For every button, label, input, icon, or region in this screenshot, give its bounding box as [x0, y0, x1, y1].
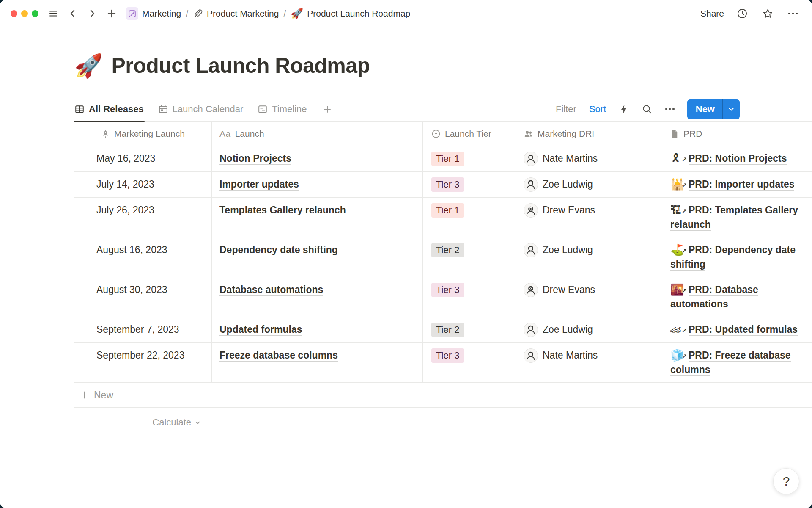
breadcrumb-item-marketing[interactable]: Marketing	[126, 7, 181, 20]
prd-page-emoji: 🌇↗	[670, 282, 686, 297]
cell-prd[interactable]: 🧊↗PRD: Freeze database columns	[667, 343, 812, 382]
new-button[interactable]: New	[687, 99, 722, 119]
cell-launch[interactable]: Templates Gallery relaunch	[212, 198, 423, 237]
sidebar-menu-button[interactable]	[46, 6, 60, 21]
launch-page-link[interactable]: Dependency date shifting	[219, 244, 338, 256]
zoom-window-button[interactable]	[32, 10, 38, 17]
cell-launch[interactable]: Freeze database columns	[212, 343, 423, 382]
prd-page-link[interactable]: PRD: Notion Projects	[689, 153, 787, 165]
person-name: Zoe Ludwig	[543, 243, 593, 257]
prd-page-link[interactable]: PRD: Templates Gallery relaunch	[670, 204, 798, 231]
cell-launch-tier[interactable]: Tier 2	[423, 237, 516, 277]
launch-page-link[interactable]: Freeze database columns	[219, 350, 338, 362]
cell-marketing-dri[interactable]: Nate Martins	[516, 146, 667, 171]
help-button[interactable]: ?	[773, 468, 799, 494]
window-topbar: Marketing / Product Marketing / 🚀 Produc…	[0, 0, 812, 27]
cell-prd[interactable]: 🎗↗PRD: Notion Projects	[667, 146, 812, 171]
cell-marketing-dri[interactable]: Zoe Ludwig	[516, 172, 667, 197]
hamburger-icon	[48, 8, 58, 19]
cell-launch-tier[interactable]: Tier 3	[423, 277, 516, 317]
add-view-button[interactable]	[322, 97, 332, 121]
rocket-emoji: 🚀	[291, 8, 303, 19]
cell-prd[interactable]: 🕌↗PRD: Importer updates	[667, 172, 812, 197]
cell-launch-tier[interactable]: Tier 3	[423, 343, 516, 382]
launch-page-link[interactable]: Notion Projects	[219, 153, 291, 165]
cell-marketing-launch[interactable]: September 7, 2023	[74, 317, 212, 342]
cell-launch[interactable]: Database automations	[212, 277, 423, 317]
breadcrumb-item-current-page[interactable]: 🚀 Product Launch Roadmap	[291, 8, 410, 19]
add-row-button[interactable]: New	[74, 383, 812, 408]
cell-launch-tier[interactable]: Tier 1	[423, 198, 516, 237]
cell-launch[interactable]: Updated formulas	[212, 317, 423, 342]
cell-launch-tier[interactable]: Tier 2	[423, 317, 516, 342]
cell-marketing-launch[interactable]: August 30, 2023	[74, 277, 212, 317]
new-button-dropdown[interactable]	[722, 99, 740, 119]
automations-button[interactable]	[619, 104, 629, 115]
mention-arrow-icon: ↗	[681, 323, 687, 338]
launch-page-link[interactable]: Database automations	[219, 284, 323, 296]
cell-launch[interactable]: Importer updates	[212, 172, 423, 197]
cell-launch[interactable]: Dependency date shifting	[212, 237, 423, 277]
updates-button[interactable]	[735, 6, 749, 21]
cell-marketing-dri[interactable]: Drew Evans	[516, 277, 667, 317]
tier-badge: Tier 3	[431, 177, 464, 192]
prd-page-emoji: 🏎↗	[670, 322, 686, 337]
prd-page-link[interactable]: PRD: Dependency date shifting	[670, 244, 796, 271]
sort-button[interactable]: Sort	[589, 104, 606, 115]
view-options-button[interactable]	[665, 108, 675, 110]
cell-marketing-dri[interactable]: Zoe Ludwig	[516, 317, 667, 342]
tab-timeline[interactable]: Timeline	[258, 97, 307, 121]
prd-page-link[interactable]: PRD: Importer updates	[689, 179, 794, 190]
avatar	[524, 283, 538, 297]
page-icon-rocket-emoji[interactable]: 🚀	[74, 54, 103, 77]
favorite-button[interactable]	[760, 6, 775, 21]
breadcrumb-item-product-marketing[interactable]: Product Marketing	[193, 8, 279, 19]
table-header-row: Marketing Launch Aa Launch Launch Tier M…	[74, 122, 812, 146]
column-header-launch-tier[interactable]: Launch Tier	[423, 122, 516, 146]
tier-badge: Tier 1	[431, 203, 464, 218]
column-header-launch[interactable]: Aa Launch	[212, 122, 423, 146]
close-window-button[interactable]	[11, 10, 17, 17]
column-header-marketing-dri[interactable]: Marketing DRI	[516, 122, 667, 146]
launch-page-link[interactable]: Updated formulas	[219, 324, 302, 336]
cell-prd[interactable]: 🌇↗PRD: Database automations	[667, 277, 812, 317]
column-header-marketing-launch[interactable]: Marketing Launch	[74, 122, 212, 146]
cell-launch-tier[interactable]: Tier 1	[423, 146, 516, 171]
breadcrumb-separator: /	[185, 8, 189, 19]
prd-page-link[interactable]: PRD: Updated formulas	[689, 324, 798, 336]
tab-launch-calendar[interactable]: Launch Calendar	[158, 97, 244, 121]
cell-marketing-launch[interactable]: August 16, 2023	[74, 237, 212, 277]
share-button[interactable]: Share	[700, 8, 724, 19]
new-button-group: New	[687, 99, 740, 119]
cell-marketing-dri[interactable]: Nate Martins	[516, 343, 667, 382]
cell-prd[interactable]: ⛳↗PRD: Dependency date shifting	[667, 237, 812, 277]
cell-marketing-launch[interactable]: September 22, 2023	[74, 343, 212, 382]
cell-marketing-launch[interactable]: July 26, 2023	[74, 198, 212, 237]
filter-button[interactable]: Filter	[556, 104, 576, 115]
column-header-prd[interactable]: PRD	[667, 122, 812, 146]
back-button[interactable]	[66, 6, 80, 21]
cell-marketing-dri[interactable]: Zoe Ludwig	[516, 237, 667, 277]
cell-marketing-launch[interactable]: July 14, 2023	[74, 172, 212, 197]
cell-marketing-dri[interactable]: Drew Evans	[516, 198, 667, 237]
view-toolbar: All Releases Launch Calendar Timeline Fi…	[74, 97, 812, 122]
cell-prd[interactable]: 🏗↗PRD: Templates Gallery relaunch	[667, 198, 812, 237]
database-table: Marketing Launch Aa Launch Launch Tier M…	[74, 122, 812, 428]
cell-launch-tier[interactable]: Tier 3	[423, 172, 516, 197]
launch-page-link[interactable]: Importer updates	[219, 179, 299, 190]
cell-launch[interactable]: Notion Projects	[212, 146, 423, 171]
ellipsis-icon	[788, 13, 798, 15]
tab-label: All Releases	[89, 104, 144, 115]
search-button[interactable]	[642, 104, 653, 115]
forward-button[interactable]	[85, 6, 99, 21]
more-options-button[interactable]	[786, 6, 800, 21]
launch-page-link[interactable]: Templates Gallery relaunch	[219, 204, 346, 216]
cell-prd[interactable]: 🏎↗PRD: Updated formulas	[667, 317, 812, 342]
calculate-button[interactable]: Calculate	[152, 417, 201, 428]
new-tab-button[interactable]	[104, 6, 119, 21]
minimize-window-button[interactable]	[21, 10, 28, 17]
tab-all-releases[interactable]: All Releases	[74, 97, 144, 121]
prd-page-link[interactable]: PRD: Freeze database columns	[670, 350, 791, 376]
app-window: Marketing / Product Marketing / 🚀 Produc…	[0, 0, 812, 508]
cell-marketing-launch[interactable]: May 16, 2023	[74, 146, 212, 171]
